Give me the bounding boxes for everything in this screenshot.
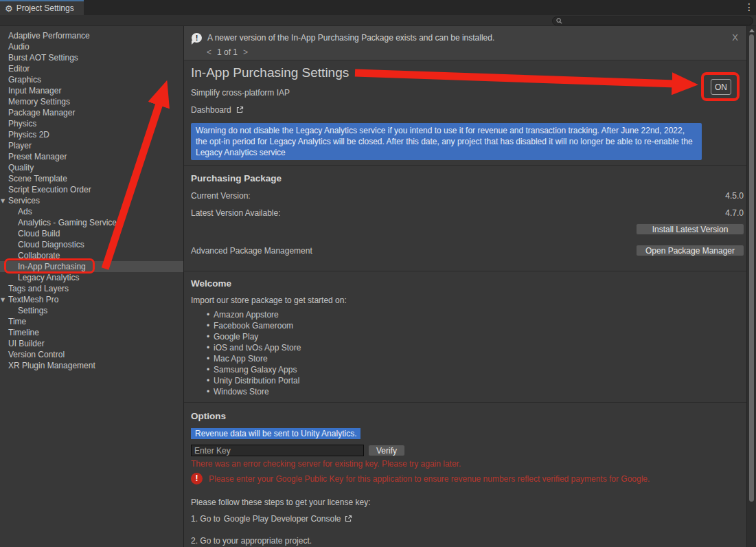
welcome-heading: Welcome bbox=[191, 278, 231, 289]
sidebar-item-label: Collaborate bbox=[18, 251, 60, 260]
open-package-manager-button[interactable]: Open Package Manager bbox=[636, 245, 744, 256]
sidebar-item-label: Burst AOT Settings bbox=[8, 53, 78, 63]
foldout-triangle-icon[interactable] bbox=[1, 196, 5, 207]
sidebar-item-label: Timeline bbox=[8, 328, 39, 337]
sidebar-item[interactable]: Collaborate bbox=[0, 250, 183, 261]
tab-title: Project Settings bbox=[16, 3, 74, 13]
sidebar-item-label: Editor bbox=[8, 64, 30, 74]
sidebar-item[interactable]: Burst AOT Settings bbox=[0, 52, 183, 63]
sidebar-item[interactable]: TextMesh Pro bbox=[0, 294, 183, 305]
install-latest-version-button[interactable]: Install Latest Version bbox=[636, 223, 744, 235]
verify-button[interactable]: Verify bbox=[368, 445, 405, 456]
sidebar-item[interactable]: Editor bbox=[0, 63, 183, 74]
sidebar-item-label: Physics bbox=[8, 119, 36, 129]
legacy-analytics-warning-box: Warning do not disable the Legacy Analyt… bbox=[191, 123, 702, 160]
sidebar-item-label: UI Builder bbox=[8, 339, 45, 348]
sidebar-item-label: Memory Settings bbox=[8, 97, 70, 107]
content-area: Adaptive Performance Audio Burst AOT Set… bbox=[0, 26, 756, 547]
current-version-value: 4.5.0 bbox=[725, 191, 744, 201]
kebab-menu-icon[interactable]: ⋮ bbox=[744, 1, 754, 12]
sidebar-item[interactable]: Player bbox=[0, 140, 183, 151]
current-version-label: Current Version: bbox=[191, 191, 251, 201]
sidebar-item[interactable]: Adaptive Performance bbox=[0, 30, 183, 41]
section-divider bbox=[184, 165, 746, 166]
dashboard-link[interactable]: Dashboard bbox=[191, 105, 244, 115]
sidebar-item[interactable]: UI Builder bbox=[0, 338, 183, 349]
project-settings-window: ⚙ Project Settings ⋮ Adaptive Performanc… bbox=[0, 0, 756, 547]
sidebar-item[interactable]: Physics bbox=[0, 118, 183, 129]
sidebar-item-label: Physics 2D bbox=[8, 130, 49, 139]
sidebar-item[interactable]: Time bbox=[0, 316, 183, 327]
sidebar-item[interactable]: Audio bbox=[0, 41, 183, 52]
sidebar-item-label: XR Plugin Management bbox=[8, 361, 95, 370]
sidebar-item[interactable]: Graphics bbox=[0, 74, 183, 85]
service-on-toggle-button[interactable]: ON bbox=[711, 79, 731, 95]
scrollbar-thumb[interactable] bbox=[749, 34, 754, 502]
purchasing-package-heading: Purchasing Package bbox=[191, 173, 282, 183]
google-key-warning-row: ! Please enter your Google Public Key fo… bbox=[191, 473, 740, 484]
sidebar-item[interactable]: Settings bbox=[0, 305, 183, 316]
close-icon[interactable]: X bbox=[732, 32, 738, 43]
pager-prev-icon[interactable]: < bbox=[207, 47, 211, 57]
welcome-intro: Import our store package to get started … bbox=[191, 295, 347, 305]
sidebar-item-label: In-App Purchasing bbox=[18, 262, 86, 271]
sidebar-item[interactable]: Services bbox=[0, 195, 183, 206]
sidebar-item[interactable]: Physics 2D bbox=[0, 129, 183, 140]
dashboard-link-label: Dashboard bbox=[191, 105, 231, 115]
external-link-icon bbox=[344, 515, 352, 523]
sidebar-item-label: Player bbox=[8, 141, 32, 150]
section-divider bbox=[184, 271, 746, 271]
sidebar-item-label: Cloud Diagnostics bbox=[18, 240, 84, 249]
sidebar-item[interactable]: Timeline bbox=[0, 327, 183, 338]
project-settings-tab[interactable]: ⚙ Project Settings bbox=[0, 0, 84, 15]
sidebar-item[interactable]: Analytics - Gaming Services bbox=[0, 217, 183, 228]
simplify-iap-label: Simplify cross-platform IAP bbox=[191, 88, 290, 98]
sidebar-item-label: Analytics - Gaming Services bbox=[18, 218, 121, 227]
sidebar-item-label: Audio bbox=[8, 42, 30, 52]
sidebar-item-label: Adaptive Performance bbox=[8, 31, 90, 41]
pager-count: 1 of 1 bbox=[217, 47, 238, 57]
pager-next-icon[interactable]: > bbox=[243, 47, 248, 57]
google-play-console-link[interactable]: Google Play Developer Console bbox=[224, 514, 341, 524]
sidebar-item[interactable]: XR Plugin Management bbox=[0, 360, 183, 371]
store-list: Amazon Appstore Facebook Gameroom Google… bbox=[207, 309, 301, 397]
sidebar-item[interactable]: Ads bbox=[0, 206, 183, 217]
latest-version-label: Latest Version Available: bbox=[191, 208, 281, 218]
license-key-input[interactable] bbox=[191, 445, 364, 456]
sidebar-item-label: Input Manager bbox=[8, 86, 61, 96]
sidebar-item[interactable]: Legacy Analytics bbox=[0, 272, 183, 283]
sidebar-item[interactable]: Package Manager bbox=[0, 107, 183, 118]
store-list-item: Mac App Store bbox=[207, 353, 301, 364]
vertical-scrollbar[interactable] bbox=[746, 26, 756, 547]
sidebar-item[interactable]: Cloud Build bbox=[0, 228, 183, 239]
sidebar-item[interactable]: Input Manager bbox=[0, 85, 183, 96]
sidebar-item[interactable]: Preset Manager bbox=[0, 151, 183, 162]
external-link-icon bbox=[236, 106, 244, 114]
sidebar-item[interactable]: In-App Purchasing bbox=[0, 261, 183, 272]
search-input[interactable] bbox=[562, 17, 749, 25]
server-error-text: There was an error checking server for e… bbox=[191, 459, 461, 469]
store-list-item: Google Play bbox=[207, 331, 301, 342]
license-key-row: Verify bbox=[191, 445, 405, 456]
latest-version-value: 4.7.0 bbox=[725, 208, 744, 218]
options-heading: Options bbox=[191, 411, 226, 421]
revenue-analytics-banner: Revenue data will be sent to Unity Analy… bbox=[191, 428, 360, 439]
sidebar-item[interactable]: Script Execution Order bbox=[0, 184, 183, 195]
sidebar-item[interactable]: Quality bbox=[0, 162, 183, 173]
foldout-triangle-icon[interactable] bbox=[1, 295, 5, 306]
sidebar-item-label: Settings bbox=[18, 306, 47, 315]
sidebar-item[interactable]: Memory Settings bbox=[0, 96, 183, 107]
step-2: 2. Go to your appropriate project. bbox=[191, 536, 312, 546]
sidebar-item[interactable]: Tags and Layers bbox=[0, 283, 183, 294]
sidebar-item-label: TextMesh Pro bbox=[8, 295, 58, 304]
sidebar-item[interactable]: Scene Template bbox=[0, 173, 183, 184]
sidebar-item[interactable]: Version Control bbox=[0, 349, 183, 360]
scroll-up-arrow-icon[interactable] bbox=[749, 29, 755, 32]
settings-panel: ! A newer version of the In-App Purchasi… bbox=[184, 26, 746, 547]
step-1: 1. Go to Google Play Developer Console bbox=[191, 514, 352, 524]
search-box[interactable] bbox=[552, 16, 753, 25]
store-list-item: Facebook Gameroom bbox=[207, 320, 301, 331]
gear-icon: ⚙ bbox=[5, 4, 13, 13]
title-bar: ⚙ Project Settings ⋮ bbox=[0, 0, 756, 15]
sidebar-item[interactable]: Cloud Diagnostics bbox=[0, 239, 183, 250]
